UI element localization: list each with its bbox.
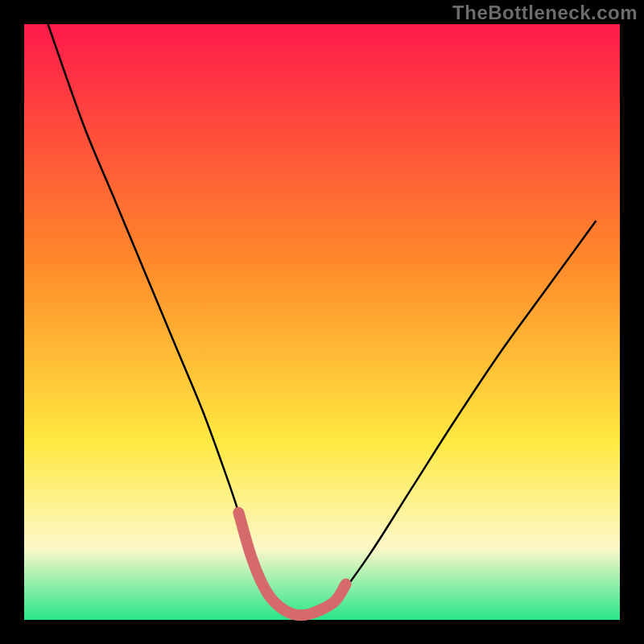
watermark-text: TheBottleneck.com [452, 2, 638, 24]
chart-svg [0, 0, 644, 644]
chart-stage: TheBottleneck.com [0, 0, 644, 644]
plot-area [24, 24, 620, 620]
